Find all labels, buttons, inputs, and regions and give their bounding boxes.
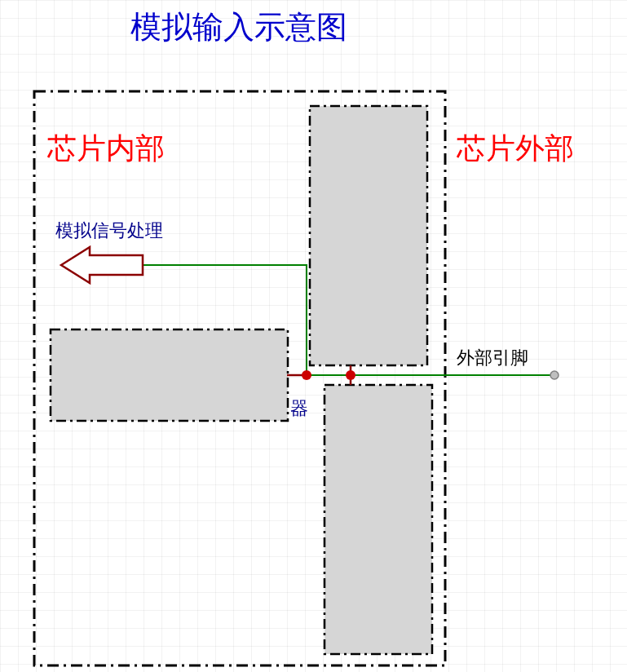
lower-right-grey-box bbox=[325, 385, 432, 654]
label-device-suffix: 器 bbox=[290, 396, 308, 421]
junction-node-2 bbox=[346, 370, 355, 380]
label-external-pin: 外部引脚 bbox=[457, 346, 528, 370]
junction-node-1 bbox=[302, 370, 311, 380]
external-pin-terminal bbox=[550, 371, 559, 379]
diagram-svg bbox=[0, 0, 627, 672]
upper-right-grey-box bbox=[310, 106, 427, 365]
left-grey-box bbox=[51, 329, 288, 421]
label-chip-outside: 芯片外部 bbox=[457, 129, 574, 169]
arrow-analog-signal bbox=[61, 247, 143, 283]
label-chip-inside: 芯片内部 bbox=[47, 129, 165, 169]
label-analog-signal-processing: 模拟信号处理 bbox=[55, 219, 163, 243]
